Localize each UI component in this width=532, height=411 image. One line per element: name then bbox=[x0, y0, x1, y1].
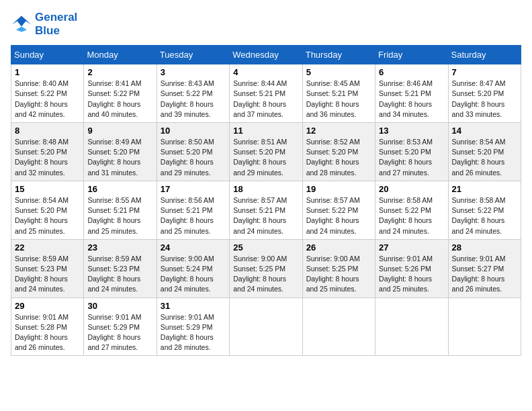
day-detail: Sunrise: 8:55 AM Sunset: 5:21 PM Dayligh… bbox=[87, 195, 152, 236]
day-detail: Sunrise: 8:48 AM Sunset: 5:20 PM Dayligh… bbox=[15, 137, 80, 178]
calendar-day-cell: 23 Sunrise: 8:59 AM Sunset: 5:23 PM Dayl… bbox=[84, 239, 157, 298]
day-detail: Sunrise: 8:50 AM Sunset: 5:20 PM Dayligh… bbox=[161, 137, 226, 178]
day-detail: Sunrise: 9:00 AM Sunset: 5:25 PM Dayligh… bbox=[306, 254, 371, 295]
calendar-day-cell: 10 Sunrise: 8:50 AM Sunset: 5:20 PM Dayl… bbox=[157, 122, 229, 181]
day-number: 14 bbox=[452, 126, 517, 136]
day-number: 20 bbox=[379, 184, 444, 194]
day-detail: Sunrise: 9:01 AM Sunset: 5:29 PM Dayligh… bbox=[87, 312, 152, 353]
day-of-week-header: Monday bbox=[84, 46, 157, 64]
calendar-day-cell: 30 Sunrise: 9:01 AM Sunset: 5:29 PM Dayl… bbox=[84, 298, 157, 356]
day-detail: Sunrise: 8:59 AM Sunset: 5:23 PM Dayligh… bbox=[15, 254, 80, 295]
day-detail: Sunrise: 8:59 AM Sunset: 5:23 PM Dayligh… bbox=[87, 254, 152, 295]
calendar-day-cell bbox=[302, 298, 375, 356]
day-number: 19 bbox=[306, 184, 371, 194]
calendar-day-cell: 15 Sunrise: 8:54 AM Sunset: 5:20 PM Dayl… bbox=[11, 181, 84, 239]
day-number: 16 bbox=[87, 184, 152, 194]
day-detail: Sunrise: 9:00 AM Sunset: 5:24 PM Dayligh… bbox=[161, 254, 226, 295]
day-detail: Sunrise: 9:01 AM Sunset: 5:29 PM Dayligh… bbox=[161, 312, 226, 353]
calendar-day-cell: 12 Sunrise: 8:52 AM Sunset: 5:20 PM Dayl… bbox=[302, 122, 375, 181]
day-detail: Sunrise: 8:53 AM Sunset: 5:20 PM Dayligh… bbox=[379, 137, 444, 178]
calendar-header-row: SundayMondayTuesdayWednesdayThursdayFrid… bbox=[11, 46, 521, 64]
calendar-day-cell bbox=[448, 298, 521, 356]
day-detail: Sunrise: 9:01 AM Sunset: 5:26 PM Dayligh… bbox=[379, 254, 444, 295]
day-number: 4 bbox=[233, 67, 298, 77]
day-detail: Sunrise: 8:49 AM Sunset: 5:20 PM Dayligh… bbox=[87, 137, 152, 178]
day-detail: Sunrise: 9:01 AM Sunset: 5:27 PM Dayligh… bbox=[452, 254, 517, 295]
day-number: 17 bbox=[161, 184, 226, 194]
day-number: 8 bbox=[15, 126, 80, 136]
day-number: 3 bbox=[161, 67, 226, 77]
day-of-week-header: Thursday bbox=[302, 46, 375, 64]
calendar-day-cell bbox=[230, 298, 302, 356]
calendar-day-cell: 31 Sunrise: 9:01 AM Sunset: 5:29 PM Dayl… bbox=[157, 298, 229, 356]
calendar-day-cell: 22 Sunrise: 8:59 AM Sunset: 5:23 PM Dayl… bbox=[11, 239, 84, 298]
calendar-week-row: 8 Sunrise: 8:48 AM Sunset: 5:20 PM Dayli… bbox=[11, 122, 521, 181]
calendar-day-cell: 6 Sunrise: 8:46 AM Sunset: 5:21 PM Dayli… bbox=[375, 64, 448, 123]
calendar-day-cell: 13 Sunrise: 8:53 AM Sunset: 5:20 PM Dayl… bbox=[375, 122, 448, 181]
calendar-day-cell: 8 Sunrise: 8:48 AM Sunset: 5:20 PM Dayli… bbox=[11, 122, 84, 181]
calendar-day-cell: 24 Sunrise: 9:00 AM Sunset: 5:24 PM Dayl… bbox=[157, 239, 229, 298]
day-number: 2 bbox=[87, 67, 152, 77]
day-number: 28 bbox=[452, 242, 517, 253]
calendar-day-cell: 28 Sunrise: 9:01 AM Sunset: 5:27 PM Dayl… bbox=[448, 239, 521, 298]
calendar-day-cell bbox=[375, 298, 448, 356]
day-number: 25 bbox=[233, 242, 298, 253]
day-detail: Sunrise: 8:51 AM Sunset: 5:20 PM Dayligh… bbox=[233, 137, 298, 178]
day-number: 1 bbox=[15, 67, 80, 77]
calendar-day-cell: 20 Sunrise: 8:58 AM Sunset: 5:22 PM Dayl… bbox=[375, 181, 448, 239]
calendar-day-cell: 25 Sunrise: 9:00 AM Sunset: 5:25 PM Dayl… bbox=[230, 239, 302, 298]
logo: General Blue bbox=[11, 11, 77, 37]
day-detail: Sunrise: 8:45 AM Sunset: 5:21 PM Dayligh… bbox=[306, 79, 371, 120]
day-of-week-header: Saturday bbox=[448, 46, 521, 64]
calendar-day-cell: 2 Sunrise: 8:41 AM Sunset: 5:22 PM Dayli… bbox=[84, 64, 157, 123]
calendar-day-cell: 29 Sunrise: 9:01 AM Sunset: 5:28 PM Dayl… bbox=[11, 298, 84, 356]
day-detail: Sunrise: 8:40 AM Sunset: 5:22 PM Dayligh… bbox=[15, 79, 80, 120]
day-number: 29 bbox=[15, 301, 80, 311]
day-number: 24 bbox=[161, 242, 226, 253]
logo-bird-icon bbox=[11, 15, 32, 34]
calendar-day-cell: 4 Sunrise: 8:44 AM Sunset: 5:21 PM Dayli… bbox=[230, 64, 302, 123]
day-detail: Sunrise: 8:58 AM Sunset: 5:22 PM Dayligh… bbox=[379, 195, 444, 236]
day-number: 6 bbox=[379, 67, 444, 77]
calendar-day-cell: 1 Sunrise: 8:40 AM Sunset: 5:22 PM Dayli… bbox=[11, 64, 84, 123]
calendar-day-cell: 19 Sunrise: 8:57 AM Sunset: 5:22 PM Dayl… bbox=[302, 181, 375, 239]
day-number: 12 bbox=[306, 126, 371, 136]
calendar-day-cell: 7 Sunrise: 8:47 AM Sunset: 5:20 PM Dayli… bbox=[448, 64, 521, 123]
svg-marker-1 bbox=[16, 26, 27, 32]
day-number: 30 bbox=[87, 301, 152, 311]
day-of-week-header: Tuesday bbox=[157, 46, 229, 64]
day-detail: Sunrise: 8:43 AM Sunset: 5:22 PM Dayligh… bbox=[161, 79, 226, 120]
day-number: 10 bbox=[161, 126, 226, 136]
day-number: 18 bbox=[233, 184, 298, 194]
calendar-week-row: 15 Sunrise: 8:54 AM Sunset: 5:20 PM Dayl… bbox=[11, 181, 521, 239]
calendar-day-cell: 18 Sunrise: 8:57 AM Sunset: 5:21 PM Dayl… bbox=[230, 181, 302, 239]
calendar-day-cell: 14 Sunrise: 8:54 AM Sunset: 5:20 PM Dayl… bbox=[448, 122, 521, 181]
day-detail: Sunrise: 8:44 AM Sunset: 5:21 PM Dayligh… bbox=[233, 79, 298, 120]
calendar-day-cell: 3 Sunrise: 8:43 AM Sunset: 5:22 PM Dayli… bbox=[157, 64, 229, 123]
calendar-day-cell: 26 Sunrise: 9:00 AM Sunset: 5:25 PM Dayl… bbox=[302, 239, 375, 298]
day-number: 5 bbox=[306, 67, 371, 77]
day-detail: Sunrise: 8:57 AM Sunset: 5:21 PM Dayligh… bbox=[233, 195, 298, 236]
day-number: 27 bbox=[379, 242, 444, 253]
day-number: 31 bbox=[161, 301, 226, 311]
day-detail: Sunrise: 8:54 AM Sunset: 5:20 PM Dayligh… bbox=[452, 137, 517, 178]
day-detail: Sunrise: 9:01 AM Sunset: 5:28 PM Dayligh… bbox=[15, 312, 80, 353]
day-of-week-header: Friday bbox=[375, 46, 448, 64]
day-detail: Sunrise: 8:54 AM Sunset: 5:20 PM Dayligh… bbox=[15, 195, 80, 236]
day-number: 13 bbox=[379, 126, 444, 136]
calendar-week-row: 1 Sunrise: 8:40 AM Sunset: 5:22 PM Dayli… bbox=[11, 64, 521, 123]
calendar-table: SundayMondayTuesdayWednesdayThursdayFrid… bbox=[11, 45, 521, 356]
day-number: 26 bbox=[306, 242, 371, 253]
day-number: 9 bbox=[87, 126, 152, 136]
day-number: 7 bbox=[452, 67, 517, 77]
day-number: 11 bbox=[233, 126, 298, 136]
day-number: 23 bbox=[87, 242, 152, 253]
day-detail: Sunrise: 8:58 AM Sunset: 5:22 PM Dayligh… bbox=[452, 195, 517, 236]
day-detail: Sunrise: 8:41 AM Sunset: 5:22 PM Dayligh… bbox=[87, 79, 152, 120]
day-number: 15 bbox=[15, 184, 80, 194]
calendar-day-cell: 16 Sunrise: 8:55 AM Sunset: 5:21 PM Dayl… bbox=[84, 181, 157, 239]
day-detail: Sunrise: 8:56 AM Sunset: 5:21 PM Dayligh… bbox=[161, 195, 226, 236]
day-number: 22 bbox=[15, 242, 80, 253]
calendar-day-cell: 27 Sunrise: 9:01 AM Sunset: 5:26 PM Dayl… bbox=[375, 239, 448, 298]
day-of-week-header: Wednesday bbox=[230, 46, 302, 64]
